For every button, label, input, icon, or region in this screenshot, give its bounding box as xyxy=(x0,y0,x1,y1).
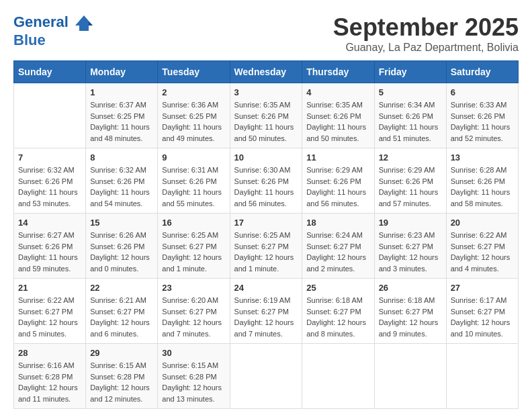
week-row-1: 1Sunrise: 6:37 AM Sunset: 6:25 PM Daylig… xyxy=(14,83,519,148)
column-header-saturday: Saturday xyxy=(446,61,518,83)
day-info: Sunrise: 6:25 AM Sunset: 6:27 PM Dayligh… xyxy=(162,230,225,274)
month-title: September 2025 xyxy=(333,13,519,42)
header-row: SundayMondayTuesdayWednesdayThursdayFrid… xyxy=(14,61,519,83)
day-number: 20 xyxy=(451,218,514,228)
logo-text: General Blue xyxy=(13,13,94,48)
day-number: 8 xyxy=(90,152,153,163)
day-number: 24 xyxy=(234,283,298,293)
day-info: Sunrise: 6:15 AM Sunset: 6:28 PM Dayligh… xyxy=(162,360,225,404)
day-cell: 18Sunrise: 6:24 AM Sunset: 6:27 PM Dayli… xyxy=(302,214,374,279)
day-cell: 13Sunrise: 6:28 AM Sunset: 6:26 PM Dayli… xyxy=(446,148,518,214)
day-info: Sunrise: 6:19 AM Sunset: 6:27 PM Dayligh… xyxy=(234,295,298,339)
day-cell: 2Sunrise: 6:36 AM Sunset: 6:25 PM Daylig… xyxy=(158,83,230,148)
day-info: Sunrise: 6:34 AM Sunset: 6:26 PM Dayligh… xyxy=(379,99,442,144)
day-info: Sunrise: 6:32 AM Sunset: 6:26 PM Dayligh… xyxy=(18,165,81,209)
day-info: Sunrise: 6:31 AM Sunset: 6:26 PM Dayligh… xyxy=(162,165,225,209)
day-number: 1 xyxy=(90,87,153,97)
day-cell: 29Sunrise: 6:15 AM Sunset: 6:28 PM Dayli… xyxy=(86,344,158,409)
day-cell: 16Sunrise: 6:25 AM Sunset: 6:27 PM Dayli… xyxy=(158,214,230,279)
day-info: Sunrise: 6:29 AM Sunset: 6:26 PM Dayligh… xyxy=(306,165,369,209)
day-cell: 30Sunrise: 6:15 AM Sunset: 6:28 PM Dayli… xyxy=(158,344,230,409)
day-cell: 12Sunrise: 6:29 AM Sunset: 6:26 PM Dayli… xyxy=(374,148,446,214)
day-cell: 26Sunrise: 6:18 AM Sunset: 6:27 PM Dayli… xyxy=(374,279,446,344)
day-cell: 10Sunrise: 6:30 AM Sunset: 6:26 PM Dayli… xyxy=(230,148,302,214)
day-number: 22 xyxy=(90,283,153,293)
day-cell: 19Sunrise: 6:23 AM Sunset: 6:27 PM Dayli… xyxy=(374,214,446,279)
day-cell: 28Sunrise: 6:16 AM Sunset: 6:28 PM Dayli… xyxy=(14,344,86,409)
day-info: Sunrise: 6:18 AM Sunset: 6:27 PM Dayligh… xyxy=(379,295,442,339)
day-cell: 11Sunrise: 6:29 AM Sunset: 6:26 PM Dayli… xyxy=(302,148,374,214)
logo: General Blue xyxy=(13,13,94,48)
day-number: 29 xyxy=(90,348,153,358)
day-cell: 3Sunrise: 6:35 AM Sunset: 6:26 PM Daylig… xyxy=(230,83,302,148)
day-number: 21 xyxy=(18,283,81,293)
day-cell: 20Sunrise: 6:22 AM Sunset: 6:27 PM Dayli… xyxy=(446,214,518,279)
day-info: Sunrise: 6:36 AM Sunset: 6:25 PM Dayligh… xyxy=(162,99,225,144)
day-info: Sunrise: 6:30 AM Sunset: 6:26 PM Dayligh… xyxy=(234,165,298,209)
day-number: 2 xyxy=(162,87,225,97)
day-cell xyxy=(446,344,518,409)
day-info: Sunrise: 6:28 AM Sunset: 6:26 PM Dayligh… xyxy=(451,165,514,209)
day-info: Sunrise: 6:33 AM Sunset: 6:26 PM Dayligh… xyxy=(451,99,514,144)
day-number: 17 xyxy=(234,218,298,228)
day-cell: 9Sunrise: 6:31 AM Sunset: 6:26 PM Daylig… xyxy=(158,148,230,214)
day-info: Sunrise: 6:21 AM Sunset: 6:27 PM Dayligh… xyxy=(90,295,153,339)
day-cell: 21Sunrise: 6:22 AM Sunset: 6:27 PM Dayli… xyxy=(14,279,86,344)
day-info: Sunrise: 6:27 AM Sunset: 6:26 PM Dayligh… xyxy=(18,230,81,274)
column-header-wednesday: Wednesday xyxy=(230,61,302,83)
day-number: 10 xyxy=(234,152,298,163)
calendar-body: 1Sunrise: 6:37 AM Sunset: 6:25 PM Daylig… xyxy=(14,83,519,409)
day-info: Sunrise: 6:35 AM Sunset: 6:26 PM Dayligh… xyxy=(306,99,369,144)
day-cell: 4Sunrise: 6:35 AM Sunset: 6:26 PM Daylig… xyxy=(302,83,374,148)
day-cell: 23Sunrise: 6:20 AM Sunset: 6:27 PM Dayli… xyxy=(158,279,230,344)
day-info: Sunrise: 6:15 AM Sunset: 6:28 PM Dayligh… xyxy=(90,360,153,404)
day-number: 25 xyxy=(306,283,369,293)
calendar-table: SundayMondayTuesdayWednesdayThursdayFrid… xyxy=(13,60,519,409)
day-cell xyxy=(14,83,86,148)
day-number: 18 xyxy=(306,218,369,228)
day-info: Sunrise: 6:24 AM Sunset: 6:27 PM Dayligh… xyxy=(306,230,369,274)
week-row-5: 28Sunrise: 6:16 AM Sunset: 6:28 PM Dayli… xyxy=(14,344,519,409)
week-row-3: 14Sunrise: 6:27 AM Sunset: 6:26 PM Dayli… xyxy=(14,214,519,279)
day-number: 12 xyxy=(379,152,442,163)
day-cell: 22Sunrise: 6:21 AM Sunset: 6:27 PM Dayli… xyxy=(86,279,158,344)
day-number: 26 xyxy=(379,283,442,293)
day-cell: 1Sunrise: 6:37 AM Sunset: 6:25 PM Daylig… xyxy=(86,83,158,148)
day-info: Sunrise: 6:29 AM Sunset: 6:26 PM Dayligh… xyxy=(379,165,442,209)
day-number: 13 xyxy=(451,152,514,163)
week-row-2: 7Sunrise: 6:32 AM Sunset: 6:26 PM Daylig… xyxy=(14,148,519,214)
day-cell xyxy=(230,344,302,409)
column-header-monday: Monday xyxy=(86,61,158,83)
day-info: Sunrise: 6:32 AM Sunset: 6:26 PM Dayligh… xyxy=(90,165,153,209)
day-number: 7 xyxy=(18,152,81,163)
day-cell xyxy=(302,344,374,409)
day-cell: 7Sunrise: 6:32 AM Sunset: 6:26 PM Daylig… xyxy=(14,148,86,214)
day-info: Sunrise: 6:20 AM Sunset: 6:27 PM Dayligh… xyxy=(162,295,225,339)
column-header-sunday: Sunday xyxy=(14,61,86,83)
day-number: 19 xyxy=(379,218,442,228)
day-cell: 25Sunrise: 6:18 AM Sunset: 6:27 PM Dayli… xyxy=(302,279,374,344)
logo-line1: General xyxy=(13,13,69,30)
column-header-thursday: Thursday xyxy=(302,61,374,83)
logo-line2: Blue xyxy=(13,32,46,48)
day-cell: 5Sunrise: 6:34 AM Sunset: 6:26 PM Daylig… xyxy=(374,83,446,148)
day-number: 9 xyxy=(162,152,225,163)
day-number: 28 xyxy=(18,348,81,358)
day-info: Sunrise: 6:22 AM Sunset: 6:27 PM Dayligh… xyxy=(451,230,514,274)
calendar-header: SundayMondayTuesdayWednesdayThursdayFrid… xyxy=(14,61,519,83)
day-info: Sunrise: 6:22 AM Sunset: 6:27 PM Dayligh… xyxy=(18,295,81,339)
day-cell: 6Sunrise: 6:33 AM Sunset: 6:26 PM Daylig… xyxy=(446,83,518,148)
day-info: Sunrise: 6:26 AM Sunset: 6:26 PM Dayligh… xyxy=(90,230,153,274)
page-header: General Blue September 2025 Guanay, La P… xyxy=(13,13,519,54)
logo-icon xyxy=(74,12,94,32)
week-row-4: 21Sunrise: 6:22 AM Sunset: 6:27 PM Dayli… xyxy=(14,279,519,344)
day-number: 16 xyxy=(162,218,225,228)
title-area: September 2025 Guanay, La Paz Department… xyxy=(333,13,519,54)
day-number: 14 xyxy=(18,218,81,228)
day-cell: 15Sunrise: 6:26 AM Sunset: 6:26 PM Dayli… xyxy=(86,214,158,279)
day-info: Sunrise: 6:37 AM Sunset: 6:25 PM Dayligh… xyxy=(90,99,153,144)
day-info: Sunrise: 6:25 AM Sunset: 6:27 PM Dayligh… xyxy=(234,230,298,274)
day-number: 11 xyxy=(306,152,369,163)
day-info: Sunrise: 6:17 AM Sunset: 6:27 PM Dayligh… xyxy=(451,295,514,339)
day-number: 5 xyxy=(379,87,442,97)
